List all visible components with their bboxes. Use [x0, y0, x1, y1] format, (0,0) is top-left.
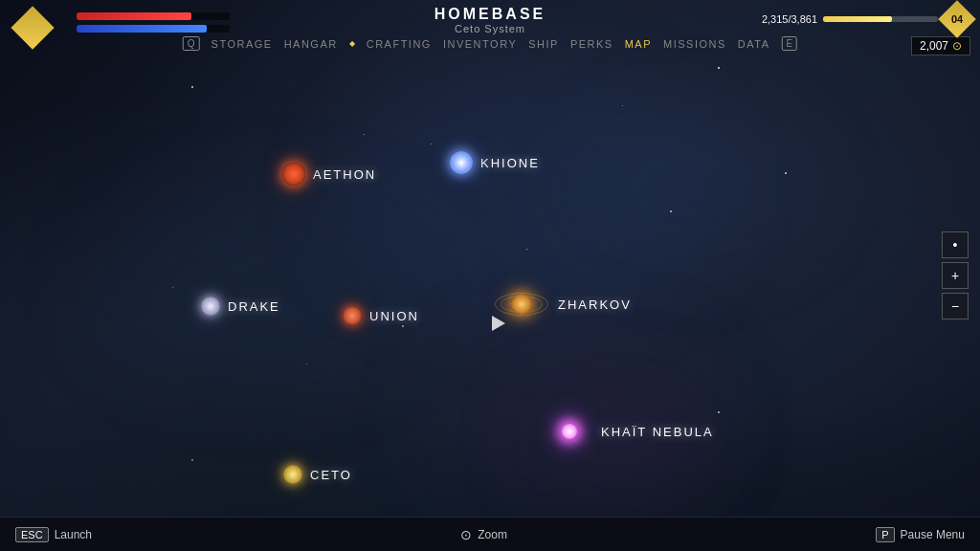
khait-icon — [562, 424, 577, 439]
map-zoom-out-button[interactable]: − — [942, 293, 969, 320]
union-label: UNION — [369, 309, 419, 323]
aethon-label: AETHON — [313, 167, 376, 182]
zoom-label: Zoom — [478, 528, 507, 541]
resource-bars — [50, 12, 230, 33]
health-bar — [77, 12, 191, 20]
khait-label: KHAÏT NEBULA — [601, 425, 714, 439]
system-drake[interactable]: DRAKE — [201, 297, 280, 316]
left-hud — [10, 3, 201, 53]
system-zharkov[interactable]: ZHARKOV — [493, 276, 641, 333]
drake-label: DRAKE — [228, 299, 280, 314]
system-khione[interactable]: KHIONE — [450, 151, 540, 174]
top-hud — [0, 0, 980, 55]
energy-bar-container — [77, 25, 230, 33]
launch-label: Launch — [55, 528, 92, 541]
map-zoom-in-button[interactable]: + — [942, 262, 969, 289]
system-aethon[interactable]: AETHON — [282, 163, 376, 186]
zoom-icon: ⊙ — [460, 527, 472, 542]
system-union[interactable]: UNION — [343, 306, 419, 325]
map-area[interactable]: AETHON KHIONE DRAKE UNION ZHARKOV CETO — [0, 55, 980, 517]
hint-pause: P Pause Menu — [876, 527, 965, 542]
hint-launch: ESC Launch — [15, 527, 92, 542]
system-ceto[interactable]: CETO — [283, 465, 352, 484]
zharkov-label: ZHARKOV — [558, 298, 632, 312]
khione-icon — [450, 151, 473, 174]
energy-bar — [77, 25, 207, 33]
health-diamond-icon — [11, 6, 54, 49]
bottom-hud: ESC Launch ⊙ Zoom P Pause Menu — [0, 517, 980, 551]
health-bar-container — [77, 12, 230, 20]
ceto-icon — [283, 465, 302, 484]
aethon-icon — [282, 163, 305, 186]
khait-visual — [546, 408, 593, 455]
pause-key: P — [876, 527, 894, 542]
drake-icon — [201, 297, 220, 316]
zharkov-icon — [511, 294, 532, 315]
khione-label: KHIONE — [480, 156, 540, 170]
hint-zoom: ⊙ Zoom — [460, 527, 507, 542]
union-icon — [343, 306, 362, 325]
system-khait[interactable]: KHAÏT NEBULA — [546, 408, 714, 455]
map-cursor — [492, 316, 505, 331]
map-controls: • + − — [942, 231, 969, 320]
map-recenter-button[interactable]: • — [942, 231, 969, 258]
pause-label: Pause Menu — [901, 528, 965, 541]
esc-key: ESC — [15, 527, 49, 542]
ceto-label: CETO — [310, 468, 352, 482]
